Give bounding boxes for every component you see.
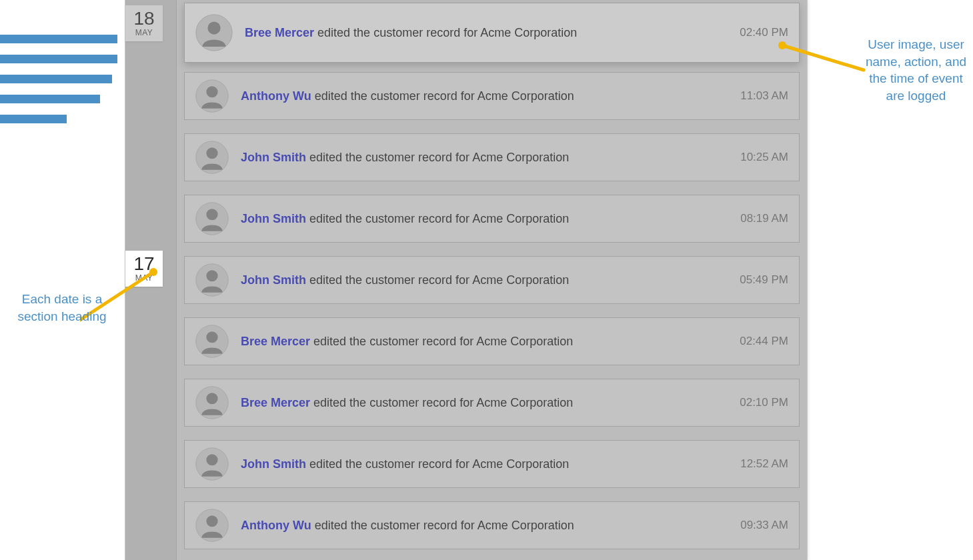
activity-message: John Smith edited the customer record fo… <box>241 151 732 165</box>
activity-entry[interactable]: John Smith edited the customer record fo… <box>184 256 800 304</box>
activity-action: edited the customer record for Acme Corp… <box>310 335 573 348</box>
date-heading: 17MAY <box>125 251 163 287</box>
date-day: 17 <box>125 251 163 273</box>
avatar <box>195 325 229 358</box>
activity-message: Bree Mercer edited the customer record f… <box>241 396 732 410</box>
activity-time: 10:25 AM <box>740 151 788 164</box>
activity-entry[interactable]: John Smith edited the customer record fo… <box>184 440 800 488</box>
avatar <box>195 14 233 51</box>
user-name-link[interactable]: Anthony Wu <box>241 89 311 103</box>
activity-message: Anthony Wu edited the customer record fo… <box>241 89 732 103</box>
activity-entry[interactable]: John Smith edited the customer record fo… <box>184 195 800 243</box>
user-name-link[interactable]: Bree Mercer <box>245 26 314 39</box>
date-day: 18 <box>125 5 163 28</box>
activity-message: Anthony Wu edited the customer record fo… <box>241 519 732 533</box>
activity-feed-panel: Bree Mercer edited the customer record f… <box>125 0 808 560</box>
user-name-link[interactable]: Bree Mercer <box>241 396 310 409</box>
activity-time: 11:03 AM <box>740 89 788 103</box>
svg-point-3 <box>206 86 217 97</box>
avatar <box>195 386 229 419</box>
user-name-link[interactable]: Anthony Wu <box>241 519 311 532</box>
date-heading: 18MAY <box>125 5 163 41</box>
activity-time: 08:19 AM <box>740 212 788 225</box>
activity-time: 02:10 PM <box>740 396 788 409</box>
avatar <box>195 141 229 174</box>
svg-point-11 <box>206 331 217 343</box>
activity-entry[interactable]: Bree Mercer edited the customer record f… <box>184 379 800 427</box>
user-name-link[interactable]: John Smith <box>241 151 306 164</box>
avatar <box>195 202 229 235</box>
annotation-date-section: Each date is a section heading <box>5 291 119 325</box>
date-month: MAY <box>125 28 163 41</box>
svg-point-5 <box>206 147 217 159</box>
activity-action: edited the customer record for Acme Corp… <box>314 26 577 39</box>
activity-action: edited the customer record for Acme Corp… <box>311 519 574 532</box>
activity-message: John Smith edited the customer record fo… <box>241 273 732 287</box>
user-name-link[interactable]: John Smith <box>241 212 306 225</box>
activity-entry[interactable]: Anthony Wu edited the customer record fo… <box>184 501 800 549</box>
decorative-left-bars <box>0 35 117 135</box>
user-name-link[interactable]: John Smith <box>241 273 306 287</box>
activity-time: 09:33 AM <box>740 519 788 532</box>
activity-time: 05:49 PM <box>740 273 788 287</box>
activity-action: edited the customer record for Acme Corp… <box>306 212 569 225</box>
activity-message: John Smith edited the customer record fo… <box>241 212 732 226</box>
svg-point-7 <box>206 209 217 220</box>
activity-entry[interactable]: Bree Mercer edited the customer record f… <box>184 3 800 63</box>
activity-time: 02:44 PM <box>740 335 788 348</box>
activity-action: edited the customer record for Acme Corp… <box>306 457 569 471</box>
activity-entry[interactable]: Anthony Wu edited the customer record fo… <box>184 72 800 120</box>
activity-message: Bree Mercer edited the customer record f… <box>245 26 732 40</box>
activity-action: edited the customer record for Acme Corp… <box>311 89 574 103</box>
activity-entry[interactable]: Bree Mercer edited the customer record f… <box>184 317 800 365</box>
activity-message: John Smith edited the customer record fo… <box>241 457 732 471</box>
svg-point-13 <box>206 393 217 404</box>
activity-time: 02:40 PM <box>740 26 788 39</box>
date-month: MAY <box>125 273 163 287</box>
user-name-link[interactable]: John Smith <box>241 457 306 471</box>
activity-action: edited the customer record for Acme Corp… <box>310 396 573 409</box>
avatar <box>195 509 229 542</box>
svg-point-1 <box>207 21 220 34</box>
user-name-link[interactable]: Bree Mercer <box>241 335 310 348</box>
annotation-entry-fields: User image, user name, action, and the t… <box>864 36 968 105</box>
svg-point-15 <box>206 454 217 465</box>
activity-entry[interactable]: John Smith edited the customer record fo… <box>184 133 800 181</box>
avatar <box>195 263 229 297</box>
activity-message: Bree Mercer edited the customer record f… <box>241 335 732 349</box>
svg-point-9 <box>206 270 217 281</box>
activity-action: edited the customer record for Acme Corp… <box>306 151 569 164</box>
activity-time: 12:52 AM <box>740 457 788 471</box>
activity-feed: Bree Mercer edited the customer record f… <box>177 0 807 560</box>
avatar <box>195 447 229 481</box>
svg-point-17 <box>206 515 217 527</box>
avatar <box>195 79 229 113</box>
activity-action: edited the customer record for Acme Corp… <box>306 273 569 287</box>
